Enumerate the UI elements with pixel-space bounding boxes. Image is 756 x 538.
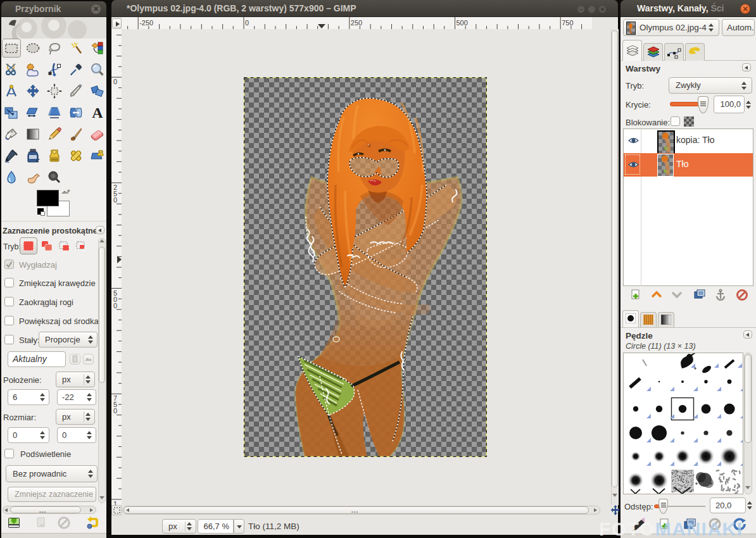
svg-text:0: 0 xyxy=(113,78,117,85)
svg-text:0: 0 xyxy=(113,302,117,310)
svg-text:750: 750 xyxy=(562,19,573,27)
svg-text:0: 0 xyxy=(113,407,117,415)
svg-text:0: 0 xyxy=(245,19,249,27)
svg-text:250: 250 xyxy=(351,19,362,27)
svg-text:A: A xyxy=(92,105,103,120)
svg-text:-250: -250 xyxy=(139,19,153,27)
svg-text:1: 1 xyxy=(113,500,117,505)
svg-text:500: 500 xyxy=(457,19,468,27)
svg-text:0: 0 xyxy=(113,196,117,204)
